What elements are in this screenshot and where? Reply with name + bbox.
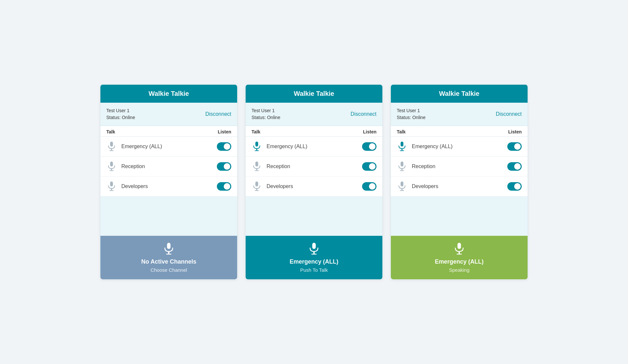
ptt-channel-label: No Active Channels <box>141 258 196 265</box>
channel-row-2: Reception <box>246 157 382 177</box>
channel-name: Developers <box>267 183 362 189</box>
mic-icon[interactable] <box>106 161 117 172</box>
ptt-mic-icon <box>307 242 321 256</box>
listen-toggle[interactable] <box>217 162 231 171</box>
listen-label: Listen <box>218 129 231 134</box>
svg-rect-17 <box>255 170 259 171</box>
user-info: Test User 1Status: Online <box>397 107 426 121</box>
disconnect-button[interactable]: Disconnect <box>351 111 376 117</box>
svg-rect-31 <box>401 188 402 190</box>
svg-rect-6 <box>110 182 113 186</box>
mic-icon[interactable] <box>106 141 117 152</box>
user-name: Test User 1 <box>252 107 280 114</box>
svg-rect-28 <box>401 168 402 170</box>
mic-icon[interactable] <box>252 141 262 152</box>
disconnect-button[interactable]: Disconnect <box>205 111 231 117</box>
user-info: Test User 1Status: Online <box>252 107 280 121</box>
mic-icon[interactable] <box>106 181 117 192</box>
channel-name: Reception <box>121 164 217 169</box>
mic-icon[interactable] <box>397 181 407 192</box>
user-status: Status: Online <box>397 114 426 121</box>
svg-rect-4 <box>111 168 112 170</box>
svg-rect-25 <box>401 148 402 150</box>
svg-rect-22 <box>313 251 315 254</box>
user-row: Test User 1Status: OnlineDisconnect <box>391 103 528 126</box>
listen-toggle[interactable] <box>362 142 376 151</box>
channel-row-2: Reception <box>391 157 528 177</box>
svg-rect-8 <box>110 190 114 191</box>
panel-header: Walkie Talkie <box>246 85 382 103</box>
empty-area <box>100 197 237 236</box>
svg-rect-5 <box>110 170 114 171</box>
channel-header-row: TalkListen <box>246 126 382 137</box>
channel-row-1: Emergency (ALL) <box>246 137 382 157</box>
listen-toggle[interactable] <box>362 162 376 171</box>
svg-rect-29 <box>400 170 404 171</box>
svg-rect-9 <box>167 243 171 249</box>
svg-rect-20 <box>255 190 259 191</box>
listen-toggle[interactable] <box>217 142 231 151</box>
channel-name: Developers <box>412 183 507 189</box>
disconnect-button[interactable]: Disconnect <box>496 111 522 117</box>
user-row: Test User 1Status: OnlineDisconnect <box>100 103 237 126</box>
svg-rect-7 <box>111 188 112 190</box>
walkie-talkie-panel-1: Walkie TalkieTest User 1Status: OnlineDi… <box>100 84 237 280</box>
listen-toggle[interactable] <box>507 182 522 191</box>
channel-name: Emergency (ALL) <box>121 144 217 149</box>
listen-toggle[interactable] <box>362 182 376 191</box>
user-status: Status: Online <box>252 114 280 121</box>
ptt-sub-label: Push To Talk <box>300 267 328 273</box>
svg-rect-35 <box>457 254 462 255</box>
channel-header-row: TalkListen <box>100 126 237 137</box>
svg-rect-19 <box>256 188 257 190</box>
mic-icon[interactable] <box>397 141 407 152</box>
user-info: Test User 1Status: Online <box>106 107 135 121</box>
channel-header-row: TalkListen <box>391 126 528 137</box>
listen-toggle[interactable] <box>507 142 522 151</box>
talk-label: Talk <box>252 129 260 134</box>
mic-icon[interactable] <box>397 161 407 172</box>
svg-rect-14 <box>255 150 259 151</box>
channel-name: Reception <box>412 164 507 169</box>
user-name: Test User 1 <box>106 107 135 114</box>
panel-header: Walkie Talkie <box>391 85 528 103</box>
svg-rect-2 <box>110 150 114 151</box>
ptt-channel-label: Emergency (ALL) <box>435 258 483 265</box>
svg-rect-18 <box>255 182 258 186</box>
svg-rect-27 <box>401 162 404 166</box>
svg-rect-16 <box>256 168 257 170</box>
listen-label: Listen <box>363 129 376 134</box>
svg-rect-0 <box>110 142 113 147</box>
ptt-button[interactable]: Emergency (ALL)Push To Talk <box>246 236 382 279</box>
mic-icon[interactable] <box>252 181 262 192</box>
ptt-sub-label: Speaking <box>449 267 470 273</box>
svg-rect-30 <box>401 182 404 186</box>
channel-name: Emergency (ALL) <box>412 144 507 149</box>
ptt-channel-label: Emergency (ALL) <box>289 258 338 265</box>
user-name: Test User 1 <box>397 107 426 114</box>
ptt-sub-label: Choose Channel <box>150 267 187 273</box>
mic-icon[interactable] <box>252 161 262 172</box>
channel-row-3: Developers <box>100 177 237 197</box>
channel-row-3: Developers <box>246 177 382 197</box>
talk-label: Talk <box>106 129 115 134</box>
walkie-talkie-panel-3: Walkie TalkieTest User 1Status: OnlineDi… <box>391 84 528 280</box>
listen-toggle[interactable] <box>507 162 522 171</box>
svg-rect-23 <box>311 254 317 255</box>
channel-row-1: Emergency (ALL) <box>391 137 528 157</box>
channel-row-3: Developers <box>391 177 528 197</box>
empty-area <box>246 197 382 236</box>
channel-name: Reception <box>267 164 362 169</box>
listen-toggle[interactable] <box>217 182 231 191</box>
svg-rect-10 <box>168 251 169 254</box>
channel-name: Developers <box>121 183 217 189</box>
svg-rect-3 <box>110 162 113 166</box>
svg-rect-34 <box>459 251 460 254</box>
channel-name: Emergency (ALL) <box>267 144 362 149</box>
svg-rect-21 <box>312 243 316 249</box>
svg-rect-15 <box>255 162 258 166</box>
svg-rect-33 <box>458 243 461 249</box>
ptt-button[interactable]: Emergency (ALL)Speaking <box>391 236 528 279</box>
ptt-button[interactable]: No Active ChannelsChoose Channel <box>100 236 237 279</box>
ptt-mic-icon <box>453 242 466 256</box>
